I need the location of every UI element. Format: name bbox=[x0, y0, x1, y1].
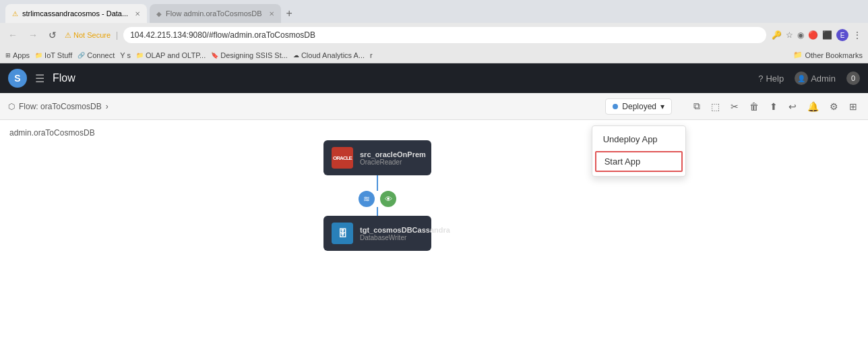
app-logo: S bbox=[8, 69, 27, 88]
breadcrumb: ⬡ Flow: oraToCosmosDB › bbox=[8, 102, 108, 111]
connector-line-top bbox=[377, 175, 378, 191]
source-node[interactable]: ORACLE src_oracleOnPrem OracleReader bbox=[323, 140, 431, 175]
settings-button[interactable]: ⚙ bbox=[827, 100, 841, 113]
toolbar-actions: ⧉ ⬚ ✂ 🗑 ⬆ ↩ 🔔 ⚙ ⊞ bbox=[691, 99, 860, 113]
toolbar: ⬡ Flow: oraToCosmosDB › Deployed ▾ Undep… bbox=[0, 93, 868, 120]
browser-chrome: ⚠ strlimcassandracosmos - Data... ✕ ◆ Fl… bbox=[0, 0, 868, 63]
deployed-caret-icon: ▾ bbox=[660, 102, 664, 111]
forward-button[interactable]: → bbox=[26, 28, 40, 42]
hamburger-menu-button[interactable]: ☰ bbox=[35, 72, 44, 85]
export-button[interactable]: ⬆ bbox=[767, 100, 780, 113]
bookmark-star-icon[interactable]: ☆ bbox=[786, 30, 793, 40]
breadcrumb-arrow: › bbox=[106, 102, 108, 111]
ssis-icon: 🔖 bbox=[211, 52, 218, 59]
undo-button[interactable]: ↩ bbox=[786, 100, 799, 113]
connector-line-bottom bbox=[377, 207, 378, 216]
bookmark-cloud[interactable]: ☁ Cloud Analytics A... bbox=[293, 51, 365, 59]
warning-icon: ⚠ bbox=[65, 31, 71, 40]
copy-button[interactable]: ⧉ bbox=[691, 99, 703, 113]
start-app-item[interactable]: Start App bbox=[595, 151, 683, 172]
app-title: Flow bbox=[53, 72, 75, 84]
database-icon-symbol: 🗄 bbox=[338, 228, 347, 239]
oracle-icon-label: ORACLE bbox=[333, 155, 352, 161]
folder-icon-1: 📁 bbox=[35, 52, 42, 59]
apps-grid-icon: ⊞ bbox=[5, 52, 11, 59]
admin-avatar: 👤 bbox=[795, 71, 808, 85]
flow-container: ORACLE src_oracleOnPrem OracleReader ≋ 👁 bbox=[323, 140, 431, 251]
header-right: ? Help 👤 Admin 0 bbox=[758, 71, 860, 85]
target-node-name: tgt_cosmosDBCassandra bbox=[360, 226, 450, 234]
target-node-type: DatabaseWriter bbox=[360, 234, 450, 241]
connector: ≋ 👁 bbox=[359, 175, 396, 216]
connect-icon: 🔗 bbox=[78, 52, 85, 59]
deployed-label: Deployed bbox=[622, 102, 656, 111]
tab-active[interactable]: ⚠ strlimcassandracosmos - Data... ✕ bbox=[5, 4, 147, 23]
tab-diamond-icon: ◆ bbox=[156, 10, 162, 18]
source-node-type: OracleReader bbox=[360, 158, 426, 166]
app-header: S ☰ Flow ? Help 👤 Admin 0 bbox=[0, 63, 868, 93]
eye-icon[interactable]: 👁 bbox=[380, 191, 396, 207]
browser-actions: 🔑 ☆ ◉ 🔴 ⬛ E ⋮ bbox=[772, 29, 863, 41]
deployed-dropdown-menu: Undeploy App Start App bbox=[592, 125, 686, 177]
bookmark-r[interactable]: r bbox=[370, 51, 373, 59]
database-icon: 🗄 bbox=[332, 223, 353, 244]
undeploy-app-item[interactable]: Undeploy App bbox=[592, 129, 685, 150]
tab-inactive[interactable]: ◆ Flow admin.oraToCosmosDB ✕ bbox=[150, 4, 280, 23]
tab-close-btn-2[interactable]: ✕ bbox=[269, 10, 274, 18]
tab-active-label: strlimcassandracosmos - Data... bbox=[22, 9, 128, 18]
address-bar: ← → ↺ ⚠ Not Secure | 🔑 ☆ ◉ 🔴 ⬛ E ⋮ bbox=[0, 23, 868, 47]
app: S ☰ Flow ? Help 👤 Admin 0 ⬡ Flow: oraToC… bbox=[0, 63, 868, 352]
oracle-icon: ORACLE bbox=[332, 147, 353, 169]
user-profile-icon[interactable]: E bbox=[836, 29, 848, 41]
folder-icon-other: 📁 bbox=[793, 51, 803, 59]
admin-button[interactable]: 👤 Admin bbox=[795, 71, 836, 85]
breadcrumb-label: Flow: oraToCosmosDB bbox=[19, 102, 102, 111]
bookmark-y[interactable]: Y s bbox=[120, 51, 131, 59]
key-icon: 🔑 bbox=[772, 30, 782, 40]
new-tab-button[interactable]: + bbox=[284, 7, 295, 20]
stream-icon[interactable]: ≋ bbox=[359, 191, 375, 207]
cut-button[interactable]: ✂ bbox=[728, 100, 741, 113]
extension-icon-1: ◉ bbox=[797, 30, 804, 40]
source-node-name: src_oracleOnPrem bbox=[360, 150, 426, 158]
target-node-info: tgt_cosmosDBCassandra DatabaseWriter bbox=[360, 226, 450, 241]
security-warning: ⚠ Not Secure bbox=[65, 31, 111, 40]
connector-icons: ≋ 👁 bbox=[359, 191, 396, 207]
canvas-label: admin.oraToCosmosDB bbox=[9, 128, 95, 138]
help-circle-icon: ? bbox=[758, 74, 763, 84]
paste-button[interactable]: ⬚ bbox=[708, 100, 722, 113]
back-button[interactable]: ← bbox=[5, 28, 20, 42]
extension-icon-3: ⬛ bbox=[822, 30, 832, 40]
refresh-button[interactable]: ↺ bbox=[46, 28, 59, 42]
folder-icon-2: 📁 bbox=[136, 52, 144, 59]
source-node-info: src_oracleOnPrem OracleReader bbox=[360, 150, 426, 166]
notifications-button[interactable]: 🔔 bbox=[805, 100, 822, 113]
deployed-status-dot bbox=[613, 104, 618, 109]
url-separator: | bbox=[116, 30, 118, 40]
security-label: Not Secure bbox=[73, 31, 111, 39]
tab-close-btn[interactable]: ✕ bbox=[135, 10, 140, 18]
bookmarks-bar: ⊞ Apps 📁 IoT Stuff 🔗 Connect Y s 📁 OLAP … bbox=[0, 47, 868, 63]
tab-bar: ⚠ strlimcassandracosmos - Data... ✕ ◆ Fl… bbox=[0, 0, 868, 23]
menu-dots-icon[interactable]: ⋮ bbox=[852, 30, 863, 40]
notification-badge[interactable]: 0 bbox=[846, 71, 860, 85]
bookmark-apps[interactable]: ⊞ Apps bbox=[5, 51, 30, 59]
delete-button[interactable]: 🗑 bbox=[747, 100, 762, 113]
cloud-icon: ☁ bbox=[293, 52, 299, 59]
target-node[interactable]: 🗄 tgt_cosmosDBCassandra DatabaseWriter bbox=[323, 216, 431, 251]
extension-icon-2: 🔴 bbox=[808, 30, 818, 40]
deployed-button[interactable]: Deployed ▾ bbox=[605, 98, 672, 115]
deployed-dropdown-container: Deployed ▾ Undeploy App Start App bbox=[605, 98, 672, 115]
url-input[interactable] bbox=[123, 27, 766, 43]
bookmark-olap[interactable]: 📁 OLAP and OLTP... bbox=[136, 51, 206, 59]
bookmark-other[interactable]: 📁 Other Bookmarks bbox=[793, 51, 863, 59]
tab-warning-icon: ⚠ bbox=[12, 10, 18, 18]
bookmark-iot[interactable]: 📁 IoT Stuff bbox=[35, 51, 72, 59]
flow-icon: ⬡ bbox=[8, 102, 15, 111]
bookmark-connect[interactable]: 🔗 Connect bbox=[78, 51, 115, 59]
canvas: admin.oraToCosmosDB ORACLE src_oracleOnP… bbox=[0, 120, 868, 352]
bookmark-ssis[interactable]: 🔖 Designing SSIS St... bbox=[211, 51, 288, 59]
help-button[interactable]: ? Help bbox=[758, 74, 784, 84]
grid-view-button[interactable]: ⊞ bbox=[846, 100, 860, 113]
tab-inactive-label: Flow admin.oraToCosmosDB bbox=[166, 9, 261, 18]
